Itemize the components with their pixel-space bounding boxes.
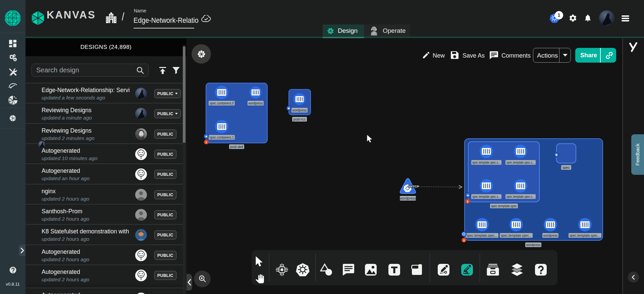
- svg-text:wordpress: wordpress: [543, 233, 558, 237]
- svg-text:wordpress: wordpress: [399, 196, 416, 200]
- svg-text:spec.containers.0: spec.containers.0: [210, 101, 234, 105]
- svg-text:spec.template.spec...: spec.template.spec...: [467, 233, 497, 237]
- svg-text:spec.template.spec: spec.template.spec: [491, 204, 517, 208]
- svg-text:spec.template.spec...: spec.template.spec...: [570, 233, 600, 237]
- svg-text:pod-rcc: pod-rcc: [293, 117, 306, 121]
- svg-text:spec.containers.1: spec.containers.1: [210, 135, 234, 139]
- svg-text:spec.template.spec.s...: spec.template.spec.s...: [472, 195, 500, 199]
- svg-text:spec.template.spec...: spec.template.spec...: [501, 233, 532, 237]
- svg-text:spec.template.spec.s...: spec.template.spec.s...: [506, 160, 535, 164]
- svg-text:3: 3: [467, 200, 468, 203]
- svg-text:pod-skd: pod-skd: [230, 145, 243, 149]
- svg-text:spec.template.spec.s...: spec.template.spec.s...: [506, 195, 535, 199]
- svg-text:wordpress: wordpress: [526, 243, 541, 247]
- svg-text:wordpress: wordpress: [292, 108, 307, 112]
- svg-text:spec.template.spec.s...: spec.template.spec.s...: [472, 160, 500, 164]
- svg-text:3: 3: [463, 239, 465, 242]
- svg-text:00/TCP: 00/TCP: [408, 185, 419, 188]
- svg-text:spec: spec: [562, 165, 570, 169]
- svg-text:wordpress: wordpress: [248, 101, 263, 105]
- svg-text:2: 2: [205, 141, 207, 144]
